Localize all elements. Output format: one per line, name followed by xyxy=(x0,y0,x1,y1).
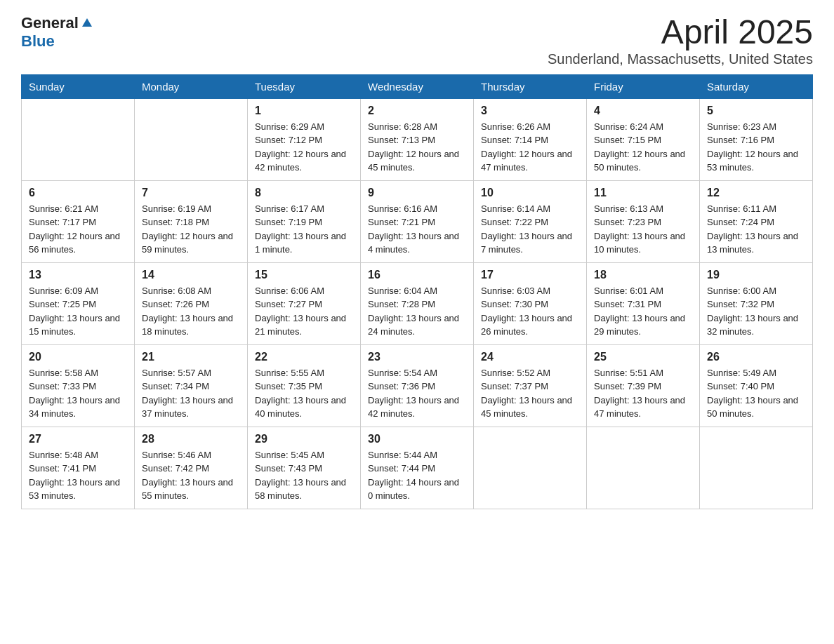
calendar-day-cell: 30Sunrise: 5:44 AMSunset: 7:44 PMDayligh… xyxy=(361,427,474,509)
page-header: General Blue April 2025 Sunderland, Mass… xyxy=(21,14,813,67)
calendar-day-cell: 14Sunrise: 6:08 AMSunset: 7:26 PMDayligh… xyxy=(135,262,248,344)
day-info: Sunrise: 6:19 AMSunset: 7:18 PMDaylight:… xyxy=(142,202,240,257)
day-info: Sunrise: 6:17 AMSunset: 7:19 PMDaylight:… xyxy=(255,202,353,257)
day-number: 5 xyxy=(707,105,805,117)
day-number: 24 xyxy=(481,351,579,363)
day-number: 22 xyxy=(255,351,353,363)
calendar-week-row: 1Sunrise: 6:29 AMSunset: 7:12 PMDaylight… xyxy=(22,98,813,180)
day-info: Sunrise: 5:51 AMSunset: 7:39 PMDaylight:… xyxy=(594,366,692,421)
day-number: 20 xyxy=(29,351,127,363)
svg-marker-0 xyxy=(82,18,92,27)
day-info: Sunrise: 6:00 AMSunset: 7:32 PMDaylight:… xyxy=(707,284,805,339)
calendar-day-cell: 13Sunrise: 6:09 AMSunset: 7:25 PMDayligh… xyxy=(22,262,135,344)
logo: General Blue xyxy=(21,14,93,51)
day-info: Sunrise: 6:26 AMSunset: 7:14 PMDaylight:… xyxy=(481,120,579,175)
calendar-day-cell: 20Sunrise: 5:58 AMSunset: 7:33 PMDayligh… xyxy=(22,344,135,427)
day-info: Sunrise: 5:44 AMSunset: 7:44 PMDaylight:… xyxy=(368,448,466,503)
day-info: Sunrise: 5:46 AMSunset: 7:42 PMDaylight:… xyxy=(142,448,240,503)
calendar-day-cell: 8Sunrise: 6:17 AMSunset: 7:19 PMDaylight… xyxy=(248,180,361,262)
calendar-day-cell xyxy=(587,427,700,509)
day-number: 3 xyxy=(481,105,579,117)
day-info: Sunrise: 5:57 AMSunset: 7:34 PMDaylight:… xyxy=(142,366,240,421)
day-number: 26 xyxy=(707,351,805,363)
day-number: 25 xyxy=(594,351,692,363)
calendar-day-cell: 22Sunrise: 5:55 AMSunset: 7:35 PMDayligh… xyxy=(248,344,361,427)
day-number: 23 xyxy=(368,351,466,363)
day-number: 2 xyxy=(368,105,466,117)
day-number: 1 xyxy=(255,105,353,117)
day-number: 29 xyxy=(255,433,353,445)
day-number: 16 xyxy=(368,269,466,281)
day-number: 13 xyxy=(29,269,127,281)
day-info: Sunrise: 5:55 AMSunset: 7:35 PMDaylight:… xyxy=(255,366,353,421)
calendar-day-cell: 6Sunrise: 6:21 AMSunset: 7:17 PMDaylight… xyxy=(22,180,135,262)
day-number: 28 xyxy=(142,433,240,445)
day-info: Sunrise: 6:29 AMSunset: 7:12 PMDaylight:… xyxy=(255,120,353,175)
day-number: 21 xyxy=(142,351,240,363)
logo-arrow-icon xyxy=(81,17,93,29)
day-number: 7 xyxy=(142,187,240,199)
day-info: Sunrise: 5:45 AMSunset: 7:43 PMDaylight:… xyxy=(255,448,353,503)
calendar-day-cell xyxy=(135,98,248,180)
day-number: 19 xyxy=(707,269,805,281)
day-number: 27 xyxy=(29,433,127,445)
calendar-day-cell xyxy=(700,427,813,509)
page-subtitle: Sunderland, Massachusetts, United States xyxy=(548,51,813,67)
day-number: 4 xyxy=(594,105,692,117)
logo-blue: Blue xyxy=(21,32,55,51)
calendar-day-cell: 1Sunrise: 6:29 AMSunset: 7:12 PMDaylight… xyxy=(248,98,361,180)
day-number: 11 xyxy=(594,187,692,199)
logo-general: General xyxy=(21,14,79,32)
calendar-day-cell: 25Sunrise: 5:51 AMSunset: 7:39 PMDayligh… xyxy=(587,344,700,427)
calendar-week-row: 6Sunrise: 6:21 AMSunset: 7:17 PMDaylight… xyxy=(22,180,813,262)
calendar-day-cell: 28Sunrise: 5:46 AMSunset: 7:42 PMDayligh… xyxy=(135,427,248,509)
day-info: Sunrise: 6:08 AMSunset: 7:26 PMDaylight:… xyxy=(142,284,240,339)
calendar-day-cell: 10Sunrise: 6:14 AMSunset: 7:22 PMDayligh… xyxy=(474,180,587,262)
calendar-day-cell: 9Sunrise: 6:16 AMSunset: 7:21 PMDaylight… xyxy=(361,180,474,262)
day-number: 15 xyxy=(255,269,353,281)
calendar-day-cell: 4Sunrise: 6:24 AMSunset: 7:15 PMDaylight… xyxy=(587,98,700,180)
day-info: Sunrise: 6:21 AMSunset: 7:17 PMDaylight:… xyxy=(29,202,127,257)
calendar-day-cell: 23Sunrise: 5:54 AMSunset: 7:36 PMDayligh… xyxy=(361,344,474,427)
day-info: Sunrise: 5:48 AMSunset: 7:41 PMDaylight:… xyxy=(29,448,127,503)
calendar-day-cell: 5Sunrise: 6:23 AMSunset: 7:16 PMDaylight… xyxy=(700,98,813,180)
calendar-day-header: Wednesday xyxy=(361,74,474,98)
calendar-day-cell: 7Sunrise: 6:19 AMSunset: 7:18 PMDaylight… xyxy=(135,180,248,262)
day-number: 14 xyxy=(142,269,240,281)
calendar-day-cell xyxy=(474,427,587,509)
calendar-week-row: 27Sunrise: 5:48 AMSunset: 7:41 PMDayligh… xyxy=(22,427,813,509)
day-number: 6 xyxy=(29,187,127,199)
day-number: 8 xyxy=(255,187,353,199)
day-info: Sunrise: 6:06 AMSunset: 7:27 PMDaylight:… xyxy=(255,284,353,339)
day-info: Sunrise: 6:09 AMSunset: 7:25 PMDaylight:… xyxy=(29,284,127,339)
day-info: Sunrise: 6:23 AMSunset: 7:16 PMDaylight:… xyxy=(707,120,805,175)
calendar-day-cell: 27Sunrise: 5:48 AMSunset: 7:41 PMDayligh… xyxy=(22,427,135,509)
calendar-day-cell: 3Sunrise: 6:26 AMSunset: 7:14 PMDaylight… xyxy=(474,98,587,180)
day-info: Sunrise: 6:03 AMSunset: 7:30 PMDaylight:… xyxy=(481,284,579,339)
calendar-day-header: Thursday xyxy=(474,74,587,98)
calendar-week-row: 20Sunrise: 5:58 AMSunset: 7:33 PMDayligh… xyxy=(22,344,813,427)
calendar-day-cell: 15Sunrise: 6:06 AMSunset: 7:27 PMDayligh… xyxy=(248,262,361,344)
calendar-day-cell: 18Sunrise: 6:01 AMSunset: 7:31 PMDayligh… xyxy=(587,262,700,344)
calendar-day-cell: 19Sunrise: 6:00 AMSunset: 7:32 PMDayligh… xyxy=(700,262,813,344)
calendar-day-cell: 21Sunrise: 5:57 AMSunset: 7:34 PMDayligh… xyxy=(135,344,248,427)
calendar-day-cell: 26Sunrise: 5:49 AMSunset: 7:40 PMDayligh… xyxy=(700,344,813,427)
day-number: 30 xyxy=(368,433,466,445)
calendar-day-cell xyxy=(22,98,135,180)
calendar-day-header: Saturday xyxy=(700,74,813,98)
calendar-table: SundayMondayTuesdayWednesdayThursdayFrid… xyxy=(21,74,813,509)
day-number: 18 xyxy=(594,269,692,281)
day-info: Sunrise: 6:01 AMSunset: 7:31 PMDaylight:… xyxy=(594,284,692,339)
day-info: Sunrise: 6:04 AMSunset: 7:28 PMDaylight:… xyxy=(368,284,466,339)
calendar-day-cell: 2Sunrise: 6:28 AMSunset: 7:13 PMDaylight… xyxy=(361,98,474,180)
calendar-header-row: SundayMondayTuesdayWednesdayThursdayFrid… xyxy=(22,74,813,98)
day-info: Sunrise: 6:28 AMSunset: 7:13 PMDaylight:… xyxy=(368,120,466,175)
day-number: 9 xyxy=(368,187,466,199)
calendar-day-header: Sunday xyxy=(22,74,135,98)
calendar-day-cell: 16Sunrise: 6:04 AMSunset: 7:28 PMDayligh… xyxy=(361,262,474,344)
day-number: 10 xyxy=(481,187,579,199)
title-block: April 2025 Sunderland, Massachusetts, Un… xyxy=(548,14,813,67)
calendar-day-cell: 17Sunrise: 6:03 AMSunset: 7:30 PMDayligh… xyxy=(474,262,587,344)
day-info: Sunrise: 5:52 AMSunset: 7:37 PMDaylight:… xyxy=(481,366,579,421)
calendar-day-cell: 11Sunrise: 6:13 AMSunset: 7:23 PMDayligh… xyxy=(587,180,700,262)
